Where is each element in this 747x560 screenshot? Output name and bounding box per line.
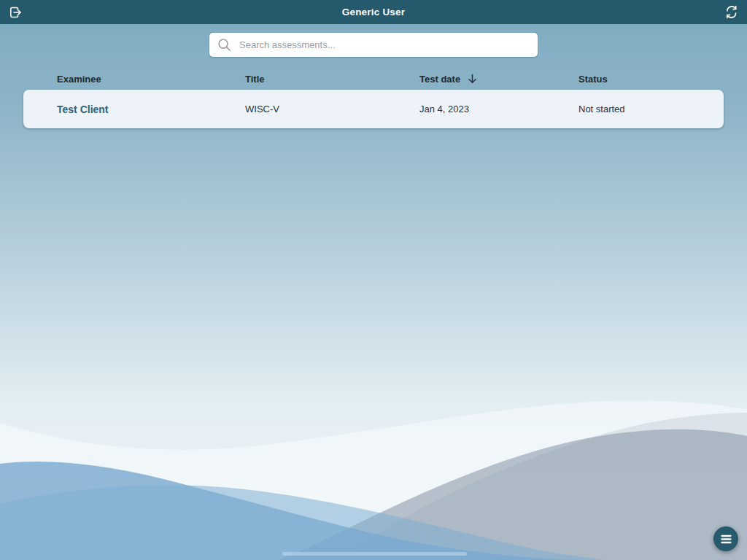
menu-fab-button[interactable] — [713, 526, 738, 551]
column-header-status[interactable]: Status — [578, 69, 608, 88]
logout-icon — [8, 5, 23, 20]
column-header-label: Examinee — [57, 74, 101, 85]
row-status: Not started — [578, 90, 625, 128]
row-examinee: Test Client — [57, 90, 109, 128]
row-title: WISC-V — [245, 90, 279, 128]
assessment-row[interactable]: Test Client WISC-V Jan 4, 2023 Not start… — [23, 90, 724, 128]
column-header-examinee[interactable]: Examinee — [57, 69, 101, 88]
sync-icon — [724, 4, 739, 20]
search-box[interactable] — [209, 33, 538, 57]
table-header-row: Examinee Title Test date Status — [0, 69, 747, 88]
sort-descending-icon — [468, 74, 477, 84]
column-header-test-date[interactable]: Test date — [419, 69, 477, 88]
assessment-list-screen: Generic User Examinee Title Test date — [0, 0, 747, 560]
search-icon — [217, 37, 232, 52]
column-header-title[interactable]: Title — [245, 69, 265, 88]
column-header-label: Title — [245, 74, 265, 85]
app-bar: Generic User — [0, 0, 747, 24]
column-header-label: Status — [578, 74, 608, 85]
home-indicator-handle[interactable] — [282, 552, 467, 556]
background-waves — [0, 356, 747, 560]
sync-button[interactable] — [721, 2, 741, 22]
menu-icon — [721, 534, 732, 544]
app-bar-title: Generic User — [0, 7, 747, 18]
logout-button[interactable] — [6, 3, 25, 22]
row-test-date: Jan 4, 2023 — [419, 90, 469, 128]
column-header-label: Test date — [419, 74, 460, 85]
search-input[interactable] — [238, 39, 530, 51]
